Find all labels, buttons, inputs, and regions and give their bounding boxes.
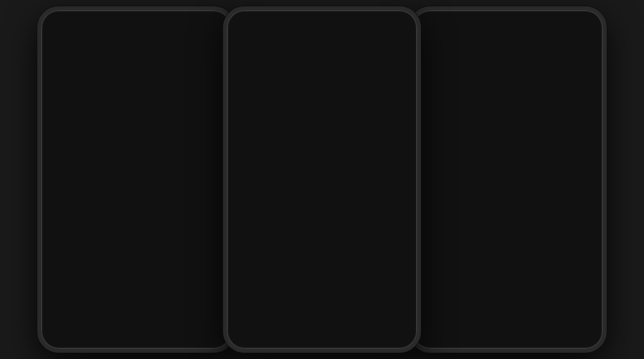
avatar: 👨 — [311, 33, 327, 48]
tray-icon-7[interactable]: ❤️ — [510, 204, 524, 218]
apps-button[interactable]: A — [433, 186, 446, 198]
imessage-header: iMessage Сегодня 09:36 — [232, 66, 412, 76]
tray-icon-4[interactable]: 👩‍🦰 — [277, 204, 291, 218]
sticker-item[interactable]: 🐭 — [43, 229, 104, 266]
message-input[interactable]: iMessage — [449, 186, 598, 198]
share-artist: CHVRCHES — [347, 249, 410, 253]
camera-button[interactable] — [232, 186, 244, 198]
share-item-1[interactable]: 📊 ИСПОЛНЯЕТСЯ Gold-Diggers... Leon Bridg… — [231, 237, 320, 260]
music-title: Welcome to the Madhouse — [261, 127, 329, 133]
sticker-content: 🐭 HA 👴 HA 🐭 🐭 🐭 🐭 — [41, 227, 231, 349]
tray-icon-4[interactable]: 👩‍🦰 — [463, 204, 477, 218]
imessage-label: iMessage — [232, 66, 412, 71]
message-input[interactable]: iMessage — [78, 188, 226, 200]
apps-button[interactable]: A — [248, 186, 260, 198]
input-bar: A iMessage 🎤 — [413, 182, 603, 202]
tray-icon-5[interactable]: ❤️ — [107, 206, 121, 220]
message-bubble-2: Yeah! I've been updating my playlist. He… — [232, 95, 412, 118]
tray-icon-1[interactable]: 〜 — [45, 206, 59, 220]
status-time: 09:41 — [239, 20, 254, 27]
tray-icon-1[interactable]: 🎵 — [230, 204, 244, 218]
mic-button[interactable]: 🎤 — [215, 191, 222, 197]
message-area: iMessage Сегодня 09:38 I 🤔 I passed you … — [413, 59, 603, 182]
app-tray: 〜 👩 🎵 🎵 ❤️ 🤖 — [41, 203, 231, 222]
tray-icon-5[interactable]: 🎵 — [293, 204, 307, 218]
video-call-button[interactable] — [587, 39, 596, 49]
music-info: Welcome to the Madhouse Tones And I ♪ Mu… — [261, 127, 329, 144]
imessage-header: iMessage Сегодня 09:38 — [418, 66, 598, 76]
status-bar: 09:41 ▲ — [41, 10, 231, 31]
phone-3: 09:41 ▲ ‹ 👩‍🦰 — [409, 6, 607, 353]
tray-icon-4[interactable]: 🎵 — [92, 206, 106, 220]
sticker-item[interactable]: 🐭 — [168, 229, 230, 266]
message-bubble-1: Hey! Hear any good songs lately? — [232, 79, 412, 94]
imessage-label: iMessage — [418, 66, 598, 71]
status-time: 09:41 — [53, 20, 69, 27]
sticker-item[interactable]: 🐭 — [43, 268, 104, 305]
tray-icon-2[interactable]: 👩 — [60, 206, 74, 220]
mic-button[interactable]: 🎤 — [587, 189, 594, 195]
back-button[interactable]: ‹ — [234, 39, 237, 50]
tray-icon-6[interactable]: 🎵 — [495, 204, 509, 218]
back-button[interactable]: ‹ — [48, 39, 51, 50]
mic-button[interactable]: 🎤 — [401, 189, 408, 195]
nav-header: ‹ 👩 Julie› — [41, 31, 231, 59]
memoji-item-6[interactable]: 🧑‍🦲 — [540, 289, 599, 326]
memoji-item-3[interactable]: 🧑‍🦲 — [540, 229, 599, 266]
contact-name: Julie› — [126, 49, 140, 55]
tray-icon-6[interactable]: 🤖 — [123, 206, 137, 220]
signal-icon — [378, 21, 385, 26]
share-thumb: 🎵 — [327, 241, 343, 257]
signal-icon — [564, 21, 571, 26]
contact-info[interactable]: 👩‍🦰 Eden› — [497, 33, 513, 55]
tray-icon-5[interactable]: 🎵 — [479, 204, 493, 218]
signal-icon — [192, 21, 199, 26]
drag-handle — [227, 221, 417, 226]
message-input[interactable]: iMessage — [263, 186, 412, 198]
svg-point-2 — [51, 193, 54, 196]
svg-rect-0 — [215, 41, 221, 46]
nav-header: ‹ 👩‍🦰 Eden› — [413, 31, 603, 59]
share-item-3[interactable]: 🎸 Flight of the... Hiatus Kaiyote — [231, 264, 320, 287]
memoji-item-4[interactable]: 🧑‍🦱 — [416, 289, 475, 326]
contact-info[interactable]: 👩 Julie› — [125, 33, 141, 55]
share-name: Welcome to t... — [347, 270, 410, 275]
phone-2: 09:41 ▲ ‹ 👨 — [223, 6, 421, 353]
status-bar: 09:41 ▲ — [227, 10, 417, 31]
message-bubble-1: Hi! I went shopping today and found the … — [46, 79, 226, 102]
music-artist: Tones And I — [261, 133, 329, 139]
imessage-header: iMessage Сегодня 09:32 — [46, 66, 226, 76]
input-field-wrapper: iMessage 🎤 — [449, 186, 598, 198]
share-item-2[interactable]: 🎵 Good Girls ■ CHVRCHES — [324, 237, 413, 260]
sticker-item[interactable]: 🐭 — [106, 268, 167, 305]
tray-icon-3[interactable]: 👩 — [262, 204, 276, 218]
video-call-button[interactable] — [401, 39, 410, 49]
memoji-item-2[interactable]: 🧑 — [478, 229, 537, 266]
tray-icon-2[interactable]: 〜 — [246, 204, 260, 218]
sticker-item[interactable]: 🐭 — [168, 268, 230, 305]
camera-button[interactable] — [46, 188, 59, 200]
avatar: 👩‍🦰 — [497, 33, 513, 48]
tray-icon-2[interactable]: 〜 — [432, 204, 446, 218]
contact-info[interactable]: 👨 Armando› — [306, 33, 331, 55]
tray-icon-7[interactable]: 🤖 — [324, 204, 339, 218]
drag-handle — [413, 221, 603, 226]
share-grid: 📊 ИСПОЛНЯЕТСЯ Gold-Diggers... Leon Bridg… — [231, 237, 413, 287]
sticker-item[interactable]: HA 👴 HA — [106, 229, 167, 266]
wifi-icon: ▲ — [573, 21, 579, 27]
memoji-item-1[interactable]: 🧑‍🦱 — [416, 229, 475, 266]
memoji-item-5[interactable]: 🧑 — [478, 289, 537, 326]
tray-icon-6[interactable]: ❤️ — [309, 204, 323, 218]
bubble-text: Hey! Hear any good songs lately? — [232, 79, 329, 94]
tray-icon-3[interactable]: 🎵 — [76, 206, 90, 220]
music-card[interactable]: 🎪 Welcome to the Madhouse Tones And I ♪ … — [232, 121, 351, 150]
share-item-4[interactable]: 🎪 Welcome to t... Tones And I — [324, 264, 413, 287]
bubble-text: I 🤔 I passed you on the road earlier...w… — [418, 79, 553, 103]
tray-icon-3[interactable]: 👩 — [447, 204, 462, 218]
message-bubble-1: I 🤔 I passed you on the road earlier...w… — [418, 79, 598, 103]
input-bar: A iMessage 🎤 — [227, 182, 417, 202]
input-bar: A iMessage 🎤 — [41, 184, 231, 203]
apps-button[interactable]: A — [62, 188, 74, 200]
share-section: ПОДЕЛИТЬСЯ НЕДАВНО ВОСПР. 📊 ИСПОЛНЯЕТСЯ … — [227, 226, 417, 349]
play-button[interactable]: ▶ — [333, 129, 347, 143]
